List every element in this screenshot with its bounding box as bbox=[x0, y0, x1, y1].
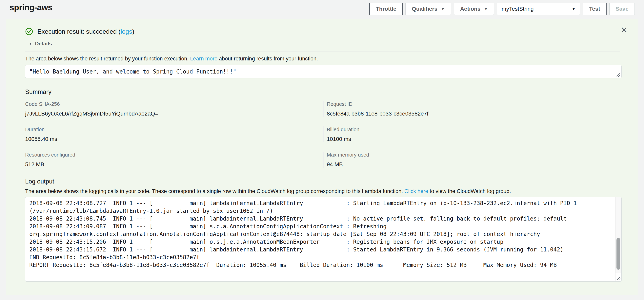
log-line: 2018-09-08 22:43:08.745 INFO 1 --- [ mai… bbox=[29, 215, 612, 222]
details-toggle[interactable]: ▼ Details bbox=[29, 41, 52, 47]
log-line: org.springframework.context.annotation.A… bbox=[29, 230, 612, 238]
chevron-down-icon: ▼ bbox=[441, 7, 445, 11]
field-label: Request ID bbox=[327, 101, 620, 107]
qualifiers-dropdown[interactable]: Qualifiers ▼ bbox=[406, 3, 451, 15]
log-line: REPORT RequestId: 8c5fe84a-b3b8-11e8-b03… bbox=[29, 261, 612, 269]
execution-result-output[interactable]: "Hello Baeldung User, and welcome to Spr… bbox=[25, 65, 622, 78]
field-value: j7JvLLB6yOXeL6/rfZgqMSj5mDf5uYiQurhbdAao… bbox=[25, 111, 323, 117]
page-title: spring-aws bbox=[10, 3, 52, 12]
throttle-button-label: Throttle bbox=[376, 6, 396, 12]
summary-grid: Code SHA-256 j7JvLLB6yOXeL6/rfZgqMSj5mDf… bbox=[25, 101, 620, 168]
field-label: Duration bbox=[25, 126, 323, 133]
field-label: Billed duration bbox=[327, 126, 620, 133]
chevron-down-icon: ▼ bbox=[572, 7, 576, 11]
log-description-text: The area below shows the logging calls i… bbox=[25, 188, 404, 194]
resize-handle-icon[interactable] bbox=[616, 276, 620, 280]
log-line: 2018-09-08 22:43:08.727 INFO 1 --- [ mai… bbox=[29, 199, 612, 207]
test-event-selected-value: myTestString bbox=[502, 6, 534, 12]
field-label: Resources configured bbox=[25, 152, 323, 158]
result-description-text: The area below shows the result returned… bbox=[25, 56, 190, 62]
resize-handle-icon[interactable] bbox=[616, 73, 620, 77]
success-check-icon bbox=[25, 28, 33, 36]
status-title-text: Execution result: succeeded ( bbox=[38, 28, 120, 35]
execution-result-value: "Hello Baeldung User, and welcome to Spr… bbox=[29, 68, 236, 75]
toolbar: Throttle Qualifiers ▼ Actions ▼ myTestSt… bbox=[369, 3, 635, 15]
click-here-link[interactable]: Click here bbox=[404, 188, 428, 194]
test-event-select[interactable]: myTestString ▼ bbox=[497, 3, 580, 15]
execution-result-panel: Execution result: succeeded (logs) ✕ ▼ D… bbox=[6, 19, 638, 295]
close-button[interactable]: ✕ bbox=[621, 26, 627, 34]
summary-heading: Summary bbox=[25, 88, 620, 96]
log-output-heading: Log output bbox=[25, 178, 620, 185]
close-icon: ✕ bbox=[621, 26, 627, 34]
summary-field-max-memory-used: Max memory used 94 MB bbox=[323, 152, 620, 168]
throttle-button[interactable]: Throttle bbox=[369, 3, 402, 15]
summary-field-request-id: Request ID 8c5fe84a-b3b8-11e8-b033-c3ce0… bbox=[323, 101, 620, 117]
field-value: 94 MB bbox=[327, 161, 620, 168]
caret-down-icon: ▼ bbox=[29, 42, 32, 46]
chevron-down-icon: ▼ bbox=[484, 7, 488, 11]
log-line: 2018-09-08 22:43:09.087 INFO 1 --- [ mai… bbox=[29, 222, 612, 230]
log-description-text-end: to view the CloudWatch log group. bbox=[428, 188, 511, 194]
log-line: END RequestId: 8c5fe84a-b3b8-11e8-b033-c… bbox=[29, 253, 612, 261]
result-description: The area below shows the result returned… bbox=[25, 56, 620, 62]
log-line: (/var/runtime/lib/LambdaJavaRTEntry-1.0.… bbox=[29, 207, 612, 215]
summary-field-billed-duration: Billed duration 10100 ms bbox=[323, 126, 620, 142]
log-scrollbar[interactable] bbox=[615, 197, 621, 273]
log-lines: 2018-09-08 22:43:08.727 INFO 1 --- [ mai… bbox=[25, 197, 622, 269]
save-button-label: Save bbox=[616, 6, 628, 12]
result-description-text-end: about returning results from your functi… bbox=[218, 56, 318, 62]
field-label: Code SHA-256 bbox=[25, 101, 323, 107]
field-value: 10055.40 ms bbox=[25, 136, 323, 142]
log-resize-corner bbox=[615, 273, 621, 281]
summary-field-resources-configured: Resources configured 512 MB bbox=[25, 152, 323, 168]
summary-field-duration: Duration 10055.40 ms bbox=[25, 126, 323, 142]
log-line: 2018-09-08 22:43:15.206 INFO 1 --- [ mai… bbox=[29, 238, 612, 246]
actions-dropdown-label: Actions bbox=[460, 6, 480, 12]
field-value: 512 MB bbox=[25, 161, 323, 168]
status-row: Execution result: succeeded (logs) bbox=[25, 28, 620, 36]
logs-link[interactable]: logs bbox=[120, 28, 132, 35]
scrollbar-thumb[interactable] bbox=[616, 238, 620, 270]
learn-more-link[interactable]: Learn more bbox=[190, 56, 218, 62]
save-button[interactable]: Save bbox=[609, 3, 635, 15]
log-output-box[interactable]: 2018-09-08 22:43:08.727 INFO 1 --- [ mai… bbox=[25, 197, 622, 281]
field-label: Max memory used bbox=[327, 152, 620, 158]
execution-result-title: Execution result: succeeded (logs) bbox=[38, 28, 134, 35]
field-value: 10100 ms bbox=[327, 136, 620, 142]
details-divider bbox=[25, 52, 620, 52]
summary-field-code-sha-256: Code SHA-256 j7JvLLB6yOXeL6/rfZgqMSj5mDf… bbox=[25, 101, 323, 117]
test-button-label: Test bbox=[589, 6, 600, 12]
field-value: 8c5fe84a-b3b8-11e8-b033-c3ce03582e7f bbox=[327, 111, 620, 117]
qualifiers-dropdown-label: Qualifiers bbox=[412, 6, 438, 12]
log-output-description: The area below shows the logging calls i… bbox=[25, 188, 620, 194]
status-title-text-end: ) bbox=[132, 28, 134, 35]
details-toggle-label: Details bbox=[35, 41, 52, 47]
log-line: 2018-09-08 22:43:15.672 INFO 1 --- [ mai… bbox=[29, 246, 612, 253]
page-header: spring-aws Throttle Qualifiers ▼ Actions… bbox=[0, 0, 644, 19]
actions-dropdown[interactable]: Actions ▼ bbox=[454, 3, 494, 15]
test-button[interactable]: Test bbox=[583, 3, 606, 15]
